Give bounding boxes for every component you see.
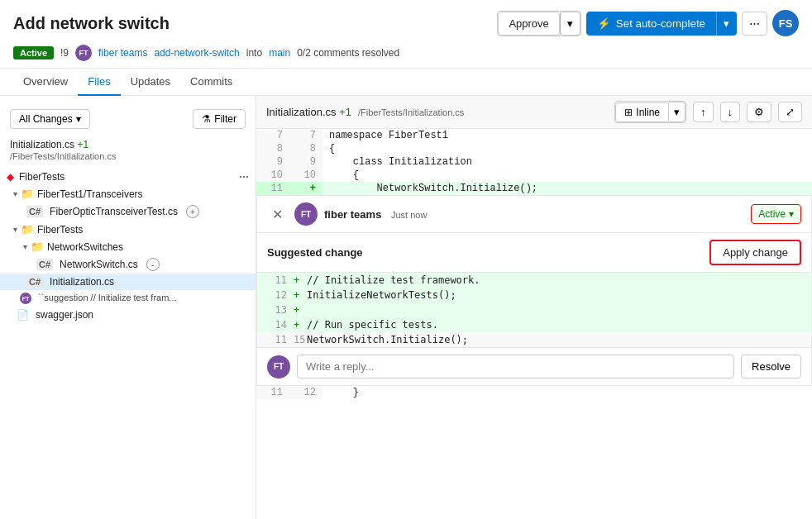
author-name[interactable]: fiber teams: [98, 47, 147, 59]
reply-input[interactable]: [297, 355, 734, 379]
branch-target[interactable]: main: [269, 47, 290, 59]
scroll-down-button[interactable]: ↓: [720, 102, 741, 122]
folder-icon: 📁: [21, 188, 34, 200]
set-autocomplete-button[interactable]: ⚡ Set auto-complete: [586, 12, 716, 36]
sug-line-num: 12: [267, 289, 287, 301]
suggested-change-label: Suggested change: [267, 246, 363, 259]
line-num-new: +: [289, 182, 322, 195]
folder-label: FiberTests: [37, 224, 83, 236]
file-breadcrumb: /FiberTests/Initialization.cs: [358, 107, 464, 117]
settings-button[interactable]: ⚙: [747, 102, 771, 122]
tree-root[interactable]: ◆ FiberTests ⋯: [0, 169, 256, 185]
expand-button[interactable]: ⤢: [778, 102, 802, 122]
avatar: FS: [772, 10, 799, 36]
approve-dropdown-button[interactable]: ▾: [560, 12, 580, 36]
view-dropdown-button[interactable]: ▾: [669, 102, 685, 122]
root-label: FiberTests: [19, 171, 64, 183]
file-breadcrumb: /FiberTests/Initialization.cs: [10, 151, 116, 161]
sug-line-content: // Initialize test framework.: [307, 274, 480, 286]
status-badge: Active: [13, 46, 54, 60]
file-label: swagger.json: [36, 309, 93, 321]
page-header: Add network switch Approve ▾ ⚡ Set auto-…: [0, 0, 812, 69]
filter-button[interactable]: ⚗ Filter: [193, 109, 246, 129]
resolve-button[interactable]: Resolve: [741, 355, 801, 379]
page-title: Add network switch: [13, 14, 170, 33]
cs-icon: C#: [26, 206, 43, 217]
sidebar-item-networkswitch[interactable]: C# NetworkSwitch.cs -: [0, 255, 256, 274]
pr-number: !9: [60, 47, 69, 59]
comment-header: ✕ FT fiber teams Just now Active ▾: [257, 196, 811, 233]
content-area: Initialization.cs +1 /FiberTests/Initial…: [256, 96, 812, 519]
comment-timestamp: Just now: [391, 210, 427, 220]
inline-icon: ⊞: [624, 107, 633, 118]
sidebar-toolbar: All Changes ▾ ⚗ Filter: [0, 102, 256, 136]
sug-line-content: InitializeNetworkTests();: [307, 289, 456, 301]
file-name: Initialization.cs +1: [266, 106, 351, 118]
chevron-icon: ▾: [13, 189, 17, 198]
approve-button[interactable]: Approve: [498, 12, 559, 36]
file-label: NetworkSwitch.cs: [60, 259, 138, 270]
branch-into-label: into: [246, 47, 262, 59]
plus-icon: +: [294, 319, 307, 331]
sidebar-item-suggestion[interactable]: FT ``suggestion // Initialize test fram.…: [0, 290, 256, 307]
sidebar: All Changes ▾ ⚗ Filter Initialization.cs…: [0, 96, 256, 519]
sidebar-item-swagger[interactable]: 📄 swagger.json: [0, 307, 256, 323]
sidebar-item-networkswitches[interactable]: ▾ 📁 NetworkSwitches: [0, 238, 256, 255]
sidebar-item-initialization[interactable]: C# Initialization.cs: [0, 274, 256, 290]
main-layout: All Changes ▾ ⚗ Filter Initialization.cs…: [0, 96, 812, 519]
folder-label: FiberTest1/Transceivers: [37, 188, 143, 200]
tab-updates[interactable]: Updates: [121, 69, 180, 96]
file-info: Initialization.cs +1 /FiberTests/Initial…: [266, 106, 464, 118]
tab-overview[interactable]: Overview: [13, 69, 78, 96]
header-actions: Approve ▾ ⚡ Set auto-complete ▾ ⋯ FS: [497, 10, 799, 36]
scroll-up-button[interactable]: ↑: [693, 102, 714, 122]
sug-line-content: // Run specific tests.: [307, 319, 438, 331]
view-controls: ⊞ Inline ▾ ↑ ↓ ⚙ ⤢: [614, 101, 802, 123]
file-path-header: Initialization.cs +1 /FiberTests/Initial…: [0, 136, 256, 169]
folder-icon: 📁: [21, 223, 34, 236]
file-tree: ◆ FiberTests ⋯ ▾ 📁 FiberTest1/Transceive…: [0, 169, 256, 323]
more-icon[interactable]: ⋯: [239, 171, 249, 183]
inline-view-button[interactable]: ⊞ Inline: [615, 102, 669, 122]
chevron-icon: ▾: [23, 242, 27, 251]
active-status-dropdown[interactable]: Active ▾: [751, 204, 801, 224]
status-label: Active: [758, 208, 786, 220]
line-content: class Initialization: [322, 155, 812, 169]
filter-icon: ⚗: [202, 113, 211, 125]
branch-from[interactable]: add-network-switch: [154, 47, 239, 59]
sug-line: 11 + // Initialize test framework.: [257, 273, 811, 288]
file-toolbar: Initialization.cs +1 /FiberTests/Initial…: [256, 96, 812, 129]
chevron-icon: ▾: [13, 225, 17, 234]
line-num-new: 8: [289, 142, 322, 155]
close-button[interactable]: ✕: [267, 205, 288, 224]
autocomplete-icon: ⚡: [597, 17, 611, 30]
reply-avatar: FT: [267, 355, 290, 379]
sidebar-item-fibertest1[interactable]: ▾ 📁 FiberTest1/Transceivers: [0, 185, 256, 202]
autocomplete-dropdown-button[interactable]: ▾: [716, 12, 737, 36]
author-avatar: FT: [75, 45, 92, 61]
chevron-down-icon: ▾: [789, 208, 794, 220]
apply-change-button[interactable]: Apply change: [709, 240, 801, 265]
sug-line: 14 + // Run specific tests.: [257, 317, 811, 332]
tab-files[interactable]: Files: [78, 69, 120, 96]
diff-row: 7 7 namespace FiberTest1: [256, 129, 812, 142]
suggestion-box: ✕ FT fiber teams Just now Active ▾ Sugge…: [256, 195, 812, 386]
sug-line: 13 +: [257, 302, 811, 317]
sidebar-item-fibertests[interactable]: ▾ 📁 FiberTests: [0, 221, 256, 238]
more-options-button[interactable]: ⋯: [742, 12, 767, 36]
line-content: }: [322, 386, 812, 399]
all-changes-button[interactable]: All Changes ▾: [10, 109, 90, 129]
sug-line-num: 14: [267, 319, 287, 331]
json-icon: 📄: [17, 309, 29, 321]
line-content: {: [322, 142, 812, 155]
sug-line-num: 11: [267, 274, 287, 286]
plus-icon: +: [294, 289, 307, 301]
comment-avatar: FT: [294, 202, 318, 226]
diff-row: 8 8 {: [256, 142, 812, 155]
sug-line-content: NetworkSwitch.Initialize();: [307, 334, 468, 345]
sidebar-item-fiberoptic[interactable]: C# FiberOpticTransceiverTest.cs +: [0, 202, 256, 221]
line-num-old: 8: [256, 142, 289, 155]
tab-commits[interactable]: Commits: [180, 69, 242, 96]
comments-resolved: 0/2 comments resolved: [297, 47, 399, 59]
file-label: Initialization.cs: [50, 276, 114, 288]
